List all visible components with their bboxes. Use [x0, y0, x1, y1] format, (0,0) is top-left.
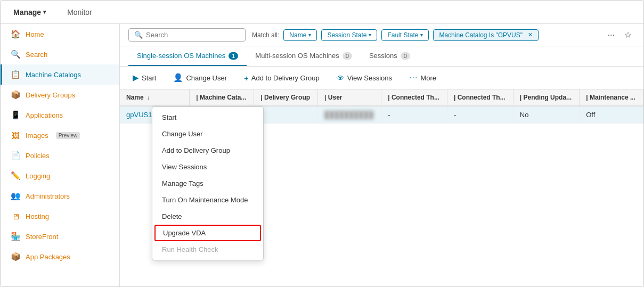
filter-chip-session-state[interactable]: Session State ▾ [321, 29, 377, 41]
tab-sessions-badge: 0 [401, 52, 410, 60]
tab-multi-session[interactable]: Multi-session OS Machines 0 [247, 46, 361, 66]
tab-sessions-label: Sessions [369, 52, 397, 60]
sidebar-item-machine-catalogs[interactable]: 📋 Machine Catalogs [1, 64, 119, 85]
delivery-groups-icon: 📦 [11, 90, 20, 100]
sidebar-label-storefront: StoreFront [26, 233, 58, 241]
sidebar-label-delivery-groups: Delivery Groups [26, 91, 75, 99]
administrators-icon: 👥 [11, 191, 20, 201]
more-options-icon[interactable]: ··· [605, 29, 618, 41]
more-label: More [420, 74, 436, 82]
close-icon[interactable]: ✕ [528, 31, 533, 38]
policies-icon: 📄 [11, 151, 20, 160]
sidebar-label-logging: Logging [26, 172, 50, 180]
start-button[interactable]: ▶ Start [128, 71, 160, 85]
app-packages-icon: 📦 [11, 252, 20, 261]
preview-badge: Preview [56, 132, 80, 139]
cell-connected-th2: - [447, 106, 513, 124]
chevron-down-icon: ▾ [308, 32, 311, 38]
filter-chip-name[interactable]: Name ▾ [283, 29, 317, 41]
context-menu-item-change-user[interactable]: Change User [152, 126, 263, 142]
top-nav: Manage ▾ Monitor [1, 1, 643, 24]
more-dots-icon: ··· [409, 73, 418, 83]
machine-catalogs-icon: 📋 [11, 70, 20, 79]
context-menu-item-manage-tags[interactable]: Manage Tags [152, 175, 263, 192]
sidebar-label-machine-catalogs: Machine Catalogs [26, 71, 81, 79]
sidebar-item-home[interactable]: 🏠 Home [1, 24, 119, 44]
tab-single-session-label: Single-session OS Machines [137, 52, 225, 60]
col-name: Name ↓ [120, 89, 190, 106]
tab-single-session-badge: 1 [229, 52, 238, 60]
context-menu-item-view-sessions[interactable]: View Sessions [152, 159, 263, 175]
sidebar-label-search: Search [26, 51, 47, 59]
search-icon: 🔍 [11, 50, 20, 59]
sidebar-item-applications[interactable]: 📱 Applications [1, 105, 119, 125]
context-menu-item-upgrade-vda[interactable]: Upgrade VDA [154, 225, 261, 241]
manage-label: Manage [13, 8, 41, 17]
add-to-delivery-group-button[interactable]: + Add to Delivery Group [240, 71, 324, 85]
change-user-icon: 👤 [173, 73, 183, 83]
storefront-icon: 🏪 [11, 232, 20, 241]
view-sessions-button[interactable]: 👁 View Sessions [332, 71, 396, 85]
filter-chip-machine-catalog[interactable]: Machine Catalog Is "GPVUS" ✕ [433, 29, 539, 41]
sidebar-item-logging[interactable]: ✏️ Logging [1, 166, 119, 186]
table-header-row: Name ↓ | Machine Cata... | Delivery Grou… [120, 89, 643, 106]
view-sessions-label: View Sessions [347, 74, 392, 82]
star-icon[interactable]: ☆ [621, 29, 635, 41]
col-connected-th1: | Connected Th... [381, 89, 447, 106]
sidebar-label-app-packages: App Packages [26, 253, 70, 261]
table-wrapper: Name ↓ | Machine Cata... | Delivery Grou… [120, 89, 643, 286]
chip-session-state-label: Session State [327, 31, 366, 39]
home-icon: 🏠 [11, 29, 20, 39]
view-sessions-icon: 👁 [337, 73, 345, 83]
context-menu-item-delete[interactable]: Delete [152, 208, 263, 225]
sidebar-label-applications: Applications [26, 111, 63, 119]
chevron-down-icon-3: ▾ [420, 32, 423, 38]
col-delivery-group: | Delivery Group [254, 89, 318, 106]
cell-user: ██████████ [318, 106, 381, 124]
nav-monitor[interactable]: Monitor [63, 6, 96, 19]
chip-machine-catalog-label: Machine Catalog Is "GPVUS" [439, 31, 523, 39]
nav-manage[interactable]: Manage ▾ [9, 6, 50, 19]
change-user-button[interactable]: 👤 Change User [169, 71, 231, 85]
chevron-down-icon: ▾ [43, 9, 46, 15]
sidebar-item-images[interactable]: 🖼 Images Preview [1, 125, 119, 145]
sidebar-item-hosting[interactable]: 🖥 Hosting [1, 206, 119, 226]
sidebar-item-search[interactable]: 🔍 Search [1, 44, 119, 64]
search-box[interactable]: 🔍 [128, 28, 246, 42]
sidebar-item-policies[interactable]: 📄 Policies [1, 145, 119, 166]
app-container: Manage ▾ Monitor 🏠 Home 🔍 Search 📋 Machi… [0, 0, 644, 287]
sidebar-label-hosting: Hosting [26, 212, 49, 220]
cell-pending-upda: No [513, 106, 579, 124]
sidebar: 🏠 Home 🔍 Search 📋 Machine Catalogs 📦 Del… [1, 24, 120, 286]
context-menu-item-start[interactable]: Start [152, 109, 263, 126]
tab-single-session[interactable]: Single-session OS Machines 1 [128, 46, 247, 66]
more-button[interactable]: ··· More [405, 71, 441, 85]
sidebar-item-app-packages[interactable]: 📦 App Packages [1, 247, 119, 267]
images-icon: 🖼 [11, 130, 20, 140]
user-value: ██████████ [324, 111, 373, 119]
col-machine-catalog: | Machine Cata... [190, 89, 254, 106]
tab-multi-session-label: Multi-session OS Machines [255, 52, 339, 60]
tab-sessions[interactable]: Sessions 0 [361, 46, 419, 66]
context-menu-item-add-to-delivery-group[interactable]: Add to Delivery Group [152, 142, 263, 159]
content-area: 🔍 Match all: Name ▾ Session State ▾ Faul… [120, 24, 643, 286]
cell-maintenance: Off [580, 106, 643, 124]
sidebar-item-storefront[interactable]: 🏪 StoreFront [1, 226, 119, 247]
col-user: | User [318, 89, 381, 106]
filter-chip-fault-state[interactable]: Fault State ▾ [381, 29, 429, 41]
main-layout: 🏠 Home 🔍 Search 📋 Machine Catalogs 📦 Del… [1, 24, 643, 286]
logging-icon: ✏️ [11, 171, 20, 181]
sidebar-item-delivery-groups[interactable]: 📦 Delivery Groups [1, 85, 119, 105]
col-maintenance: | Maintenance ... [580, 89, 643, 106]
monitor-label: Monitor [67, 8, 92, 17]
context-menu: Start Change User Add to Delivery Group … [152, 106, 264, 260]
tab-multi-session-badge: 0 [343, 52, 352, 60]
chip-fault-state-label: Fault State [387, 31, 418, 39]
sidebar-label-administrators: Administrators [26, 192, 70, 200]
search-input[interactable] [146, 31, 240, 39]
hosting-icon: 🖥 [11, 211, 20, 221]
sidebar-item-administrators[interactable]: 👥 Administrators [1, 186, 119, 206]
cell-connected-th1: - [381, 106, 447, 124]
chevron-down-icon-2: ▾ [369, 32, 371, 38]
context-menu-item-turn-on-maintenance[interactable]: Turn On Maintenance Mode [152, 192, 263, 208]
